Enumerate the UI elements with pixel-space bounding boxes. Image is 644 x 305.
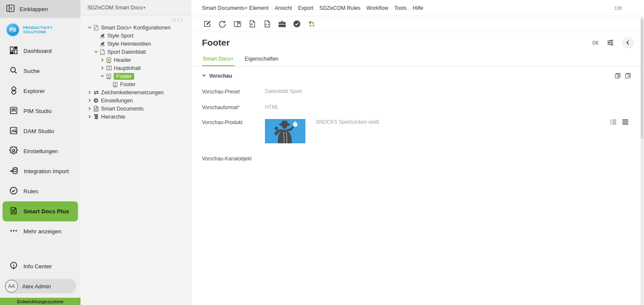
tree-node-sport-datenblatt[interactable]: Sport Datenblatt xyxy=(80,48,191,56)
search-icon xyxy=(9,66,18,76)
tree-panel-title: SDZeCOM Smart Docs+ xyxy=(80,0,191,15)
rows-view-icon[interactable] xyxy=(622,119,629,125)
menu-tools[interactable]: Tools xyxy=(394,5,407,11)
chevron-right-icon[interactable] xyxy=(86,107,93,110)
tree-node-footer[interactable]: Footer xyxy=(80,72,191,80)
sidebar-item-smart-docs-plus[interactable]: Smart Docs Plus xyxy=(3,201,78,221)
style-icon xyxy=(99,33,106,39)
sliders-icon[interactable] xyxy=(605,37,616,48)
user-name: Alex Admin xyxy=(22,283,51,290)
tree-node-zeichenkettenersetzungen[interactable]: Zeichenkettenersetzungen xyxy=(80,88,191,96)
field-vorschau-preset: Vorschau-Preset Datenblatt Sport xyxy=(202,88,644,95)
tab-eigenschaften[interactable]: Eigenschaften xyxy=(244,53,279,66)
tree-node-style-sport[interactable]: Style Sport xyxy=(80,32,191,40)
refresh-icon[interactable] xyxy=(217,18,228,29)
chevron-right-icon[interactable] xyxy=(99,58,106,62)
section-title: Vorschau xyxy=(209,73,232,79)
edit-icon[interactable] xyxy=(202,18,213,29)
collapse-panel-icon xyxy=(6,5,14,13)
toolbar xyxy=(192,16,644,32)
tree-node-header[interactable]: Header xyxy=(80,56,191,64)
list-view-icon[interactable] xyxy=(610,119,617,125)
chevron-right-icon[interactable] xyxy=(86,90,93,94)
integration-import-icon xyxy=(9,166,18,176)
user-menu[interactable]: AA Alex Admin xyxy=(4,279,76,293)
main-content: Smart Documents+ Element Ansicht Export … xyxy=(192,0,644,305)
document-icon xyxy=(93,106,99,112)
sidebar-item-mehr-anzeigen[interactable]: Mehr anzeigen xyxy=(0,221,80,241)
field-value[interactable]: HTML xyxy=(265,104,279,110)
sidebar-item-label: Smart Docs Plus xyxy=(23,208,69,215)
menu-hilfe[interactable]: Hilfe xyxy=(413,5,423,11)
collapse-sidebar-button[interactable]: Einklappen xyxy=(0,0,80,18)
field-value[interactable]: Datenblatt Sport xyxy=(265,88,302,94)
chevron-right-icon[interactable] xyxy=(99,66,106,70)
product-name[interactable]: SNOCKS Sportsocken weiß xyxy=(316,119,379,125)
language-selector[interactable]: DE xyxy=(592,40,599,45)
sidebar-item-pim-studio[interactable]: PIM Studio xyxy=(0,101,80,121)
tree-panel: SDZeCOM Smart Docs+ v2.8.1 Smart Docs+ K… xyxy=(80,0,191,305)
sidebar-item-label: Dashboard xyxy=(23,48,52,54)
chevron-right-icon[interactable] xyxy=(86,115,93,119)
sidebar-item-info-center[interactable]: Info Center xyxy=(0,256,80,276)
product-thumbnail[interactable] xyxy=(265,119,305,143)
more-icon xyxy=(9,227,18,236)
tree-node-footer-child[interactable]: Footer xyxy=(80,80,191,88)
book-pages-icon[interactable] xyxy=(232,18,243,29)
sidebar-item-label: Suche xyxy=(23,68,40,74)
toolbox-icon[interactable] xyxy=(276,18,288,29)
check-circle-icon[interactable] xyxy=(291,18,302,29)
style-icon xyxy=(99,41,106,47)
tab-smart-docs[interactable]: Smart Docs+ xyxy=(202,53,235,66)
collapse-all-icon[interactable] xyxy=(625,73,631,79)
ps-logo-icon: PS xyxy=(6,23,20,37)
page-title: Footer xyxy=(202,38,230,48)
sidebar-item-label: Mehr anzeigen xyxy=(23,228,61,235)
field-label: Vorschauformat* xyxy=(202,104,265,110)
sidebar-item-label: Explorer xyxy=(23,88,45,94)
tree-node-hierarchie[interactable]: Hierarchie xyxy=(80,113,191,121)
sidebar-item-dashboard[interactable]: Dashboard xyxy=(0,41,80,61)
sidebar-item-label: Rules xyxy=(23,188,38,195)
chevron-right-icon[interactable] xyxy=(86,99,93,102)
sidebar-item-dam-studio[interactable]: DAM Studio xyxy=(0,121,80,141)
tree-node-hauptinhalt[interactable]: Hauptinhalt xyxy=(80,64,191,72)
tree-node-konfigurationen[interactable]: Smart Docs+ Konfigurationen xyxy=(80,23,191,32)
sidebar-item-suche[interactable]: Suche xyxy=(0,61,80,81)
hierarchy-icon xyxy=(93,114,99,119)
tree-node-smart-documents[interactable]: Smart Documents xyxy=(80,105,191,113)
menu-export[interactable]: Export xyxy=(298,5,313,11)
sidebar-item-explorer[interactable]: Explorer xyxy=(0,81,80,101)
scrollbar-thumb[interactable] xyxy=(641,19,644,139)
collapse-panel-button[interactable] xyxy=(622,37,634,49)
chevron-down-icon[interactable] xyxy=(202,73,206,79)
chevron-down-icon[interactable] xyxy=(93,50,99,54)
chevron-down-icon[interactable] xyxy=(86,26,93,29)
gear-icon xyxy=(93,98,99,103)
menu-bar: Smart Documents+ Element Ansicht Export … xyxy=(192,0,644,16)
chevron-down-icon[interactable] xyxy=(99,74,106,78)
field-label: Vorschau-Kanalobjekt xyxy=(202,155,265,162)
pdf-file-icon[interactable] xyxy=(247,18,258,29)
menu-sdzecom-rules[interactable]: SDZeCOM Rules xyxy=(319,5,361,11)
tree-node-style-heimtextilien[interactable]: Style Heimtextilien xyxy=(80,40,191,48)
settings-icon xyxy=(9,146,18,156)
sidebar-item-label: Info Center xyxy=(23,263,52,270)
code-file-icon[interactable] xyxy=(262,18,273,29)
sidebar-item-rules[interactable]: Rules xyxy=(0,181,80,201)
sidebar-item-label: DAM Studio xyxy=(23,128,54,134)
menu-workflow[interactable]: Workflow xyxy=(366,5,388,11)
tree-node-einstellungen[interactable]: Einstellungen xyxy=(80,96,191,105)
menu-smart-documents-element[interactable]: Smart Documents+ Element xyxy=(202,5,269,11)
field-label: Vorschau-Preset xyxy=(202,88,265,95)
sidebar-item-einstellungen[interactable]: Einstellungen xyxy=(0,141,80,161)
field-list: Vorschau-Preset Datenblatt Sport Vorscha… xyxy=(192,88,644,162)
structure-icon[interactable] xyxy=(306,18,317,29)
count-badge: 108 xyxy=(614,6,622,11)
menu-ansicht[interactable]: Ansicht xyxy=(275,5,292,11)
vorschau-section-header[interactable]: Vorschau xyxy=(192,67,644,79)
header-element-icon xyxy=(106,57,112,63)
sidebar-item-integration-import[interactable]: Integration Import xyxy=(0,161,80,181)
book-icon xyxy=(106,65,112,71)
expand-all-icon[interactable] xyxy=(615,73,621,79)
